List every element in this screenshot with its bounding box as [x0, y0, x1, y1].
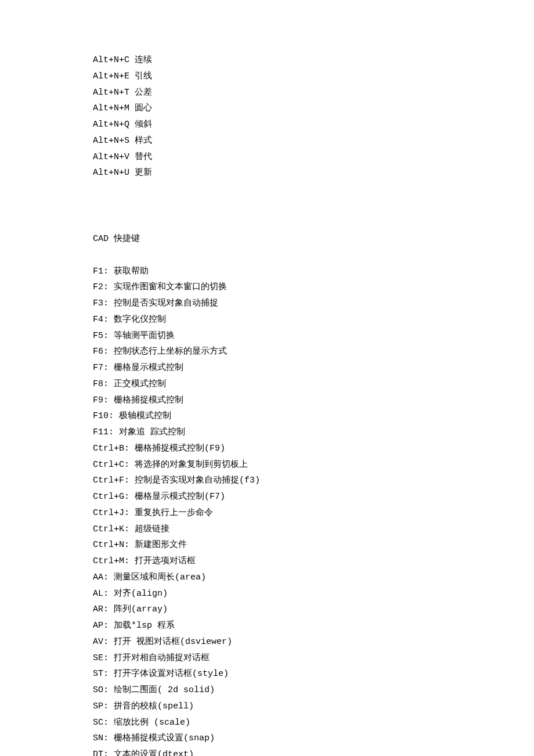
shortcut-line: Ctrl+J: 重复执行上一步命令 — [93, 505, 534, 521]
shortcut-line: F6: 控制状态行上坐标的显示方式 — [93, 344, 534, 360]
shortcut-line: AV: 打开 视图对话框(dsviewer) — [93, 634, 534, 650]
shortcut-line: Alt+N+V 替代 — [93, 149, 534, 165]
blank-line — [93, 247, 534, 264]
document-page: Alt+N+C 连续 Alt+N+E 引线 Alt+N+T 公差 Alt+N+M… — [0, 0, 534, 756]
shortcut-line: AA: 测量区域和周长(area) — [93, 570, 534, 586]
shortcut-line: SO: 绘制二围面( 2d solid) — [93, 682, 534, 699]
shortcut-line: AR: 阵列(array) — [93, 602, 534, 618]
shortcut-line: F3: 控制是否实现对象自动捕捉 — [93, 296, 534, 312]
shortcut-line: Alt+N+Q 倾斜 — [93, 117, 534, 133]
shortcut-line: AL: 对齐(align) — [93, 586, 534, 602]
shortcut-line: Ctrl+M: 打开选项对话框 — [93, 553, 534, 570]
shortcut-line: F11: 对象追 踪式控制 — [93, 424, 534, 441]
shortcut-line: Ctrl+G: 栅格显示模式控制(F7) — [93, 489, 534, 505]
shortcut-line: F9: 栅格捕捉模式控制 — [93, 393, 534, 409]
shortcut-line: ST: 打开字体设置对话框(style) — [93, 666, 534, 682]
shortcut-line: Ctrl+K: 超级链接 — [93, 521, 534, 538]
heading-cad-shortcuts: CAD 快捷键 — [93, 231, 534, 247]
shortcut-line: DT: 文本的设置(dtext) — [93, 747, 534, 756]
shortcut-line: SC: 缩放比例 (scale) — [93, 715, 534, 731]
section-spacer — [93, 181, 534, 231]
shortcut-line: Alt+N+U 更新 — [93, 165, 534, 181]
section-shortcut-list-1: Alt+N+C 连续 Alt+N+E 引线 Alt+N+T 公差 Alt+N+M… — [93, 52, 534, 181]
shortcut-line: Alt+N+C 连续 — [93, 52, 534, 69]
shortcut-line: F7: 栅格显示模式控制 — [93, 360, 534, 376]
shortcut-line: Ctrl+F: 控制是否实现对象自动捕捉(f3) — [93, 473, 534, 489]
shortcut-line: F10: 极轴模式控制 — [93, 408, 534, 424]
shortcut-line: SE: 打开对相自动捕捉对话框 — [93, 650, 534, 667]
shortcut-line: Alt+N+S 样式 — [93, 133, 534, 149]
shortcut-line: AP: 加载*lsp 程系 — [93, 618, 534, 634]
shortcut-line: F5: 等轴测平面切换 — [93, 328, 534, 344]
shortcut-line: SP: 拼音的校核(spell) — [93, 699, 534, 715]
shortcut-line: F8: 正交模式控制 — [93, 376, 534, 393]
shortcut-line: F2: 实现作图窗和文本窗口的切换 — [93, 279, 534, 296]
shortcut-line: F4: 数字化仪控制 — [93, 312, 534, 328]
shortcut-line: F1: 获取帮助 — [93, 264, 534, 280]
shortcut-line: Ctrl+B: 栅格捕捉模式控制(F9) — [93, 441, 534, 457]
shortcut-line: SN: 栅格捕捉模式设置(snap) — [93, 730, 534, 747]
section-shortcut-list-2: F1: 获取帮助 F2: 实现作图窗和文本窗口的切换 F3: 控制是否实现对象自… — [93, 264, 534, 757]
shortcut-line: Alt+N+M 圆心 — [93, 100, 534, 117]
shortcut-line: Ctrl+C: 将选择的对象复制到剪切板上 — [93, 457, 534, 473]
shortcut-line: Alt+N+E 引线 — [93, 69, 534, 85]
shortcut-line: Alt+N+T 公差 — [93, 85, 534, 101]
shortcut-line: Ctrl+N: 新建图形文件 — [93, 537, 534, 553]
